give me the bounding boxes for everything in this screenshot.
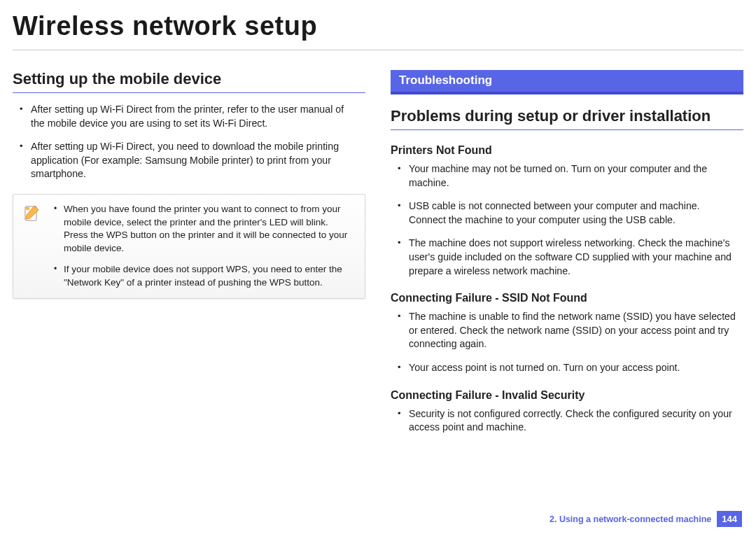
footer-chapter: 2. Using a network-connected machine bbox=[550, 514, 711, 524]
heading-mobile-setup: Setting up the mobile device bbox=[13, 70, 365, 88]
list-item: The machine is unable to find the networ… bbox=[392, 310, 738, 351]
heading-rule-left bbox=[13, 92, 365, 93]
list-item: The machine does not support wireless ne… bbox=[392, 237, 738, 278]
ssid-not-found-list: The machine is unable to find the networ… bbox=[391, 310, 743, 374]
page-title: Wireless network setup bbox=[13, 7, 743, 48]
list-item: Your machine may not be turned on. Turn … bbox=[392, 162, 738, 190]
subheading-ssid-not-found: Connecting Failure - SSID Not Found bbox=[391, 292, 743, 304]
invalid-security-list: Security is not configured correctly. Ch… bbox=[391, 407, 743, 435]
svg-rect-1 bbox=[26, 207, 29, 210]
page-footer: 2. Using a network-connected machine 144 bbox=[550, 511, 742, 527]
mobile-setup-list: After setting up Wi-Fi Direct from the p… bbox=[13, 103, 365, 181]
list-item: USB cable is not connected between your … bbox=[392, 199, 738, 227]
list-item: After setting up Wi-Fi Direct from the p… bbox=[14, 103, 360, 130]
note-box: When you have found the printer you want… bbox=[13, 194, 365, 299]
list-item: After setting up Wi-Fi Direct, you need … bbox=[14, 140, 360, 181]
right-column: Troubleshooting Problems during setup or… bbox=[391, 70, 743, 444]
note-list: When you have found the printer you want… bbox=[51, 203, 354, 290]
list-item: Security is not configured correctly. Ch… bbox=[392, 407, 738, 435]
left-column: Setting up the mobile device After setti… bbox=[13, 70, 365, 444]
troubleshooting-bar: Troubleshooting bbox=[391, 70, 743, 94]
title-rule bbox=[13, 50, 743, 50]
subheading-printers-not-found: Printers Not Found bbox=[391, 144, 743, 157]
heading-problems: Problems during setup or driver installa… bbox=[391, 107, 743, 125]
list-item: Your access point is not turned on. Turn… bbox=[392, 361, 738, 375]
subheading-invalid-security: Connecting Failure - Invalid Security bbox=[391, 389, 743, 402]
list-item: If your mobile device does not support W… bbox=[51, 263, 354, 289]
printers-not-found-list: Your machine may not be turned on. Turn … bbox=[391, 162, 743, 278]
page-number: 144 bbox=[717, 511, 742, 527]
list-item: When you have found the printer you want… bbox=[51, 203, 354, 255]
two-column-layout: Setting up the mobile device After setti… bbox=[13, 70, 743, 444]
heading-rule-right bbox=[391, 129, 743, 130]
note-icon bbox=[22, 204, 41, 224]
